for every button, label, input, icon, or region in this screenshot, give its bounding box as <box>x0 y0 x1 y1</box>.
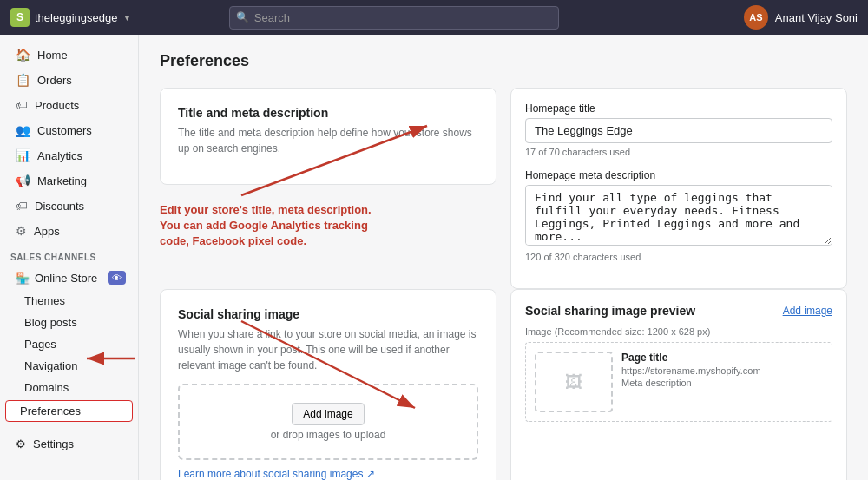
page-wrapper: 🏠 Home 📋 Orders 🏷 Products 👥 Customers 📊… <box>0 35 868 480</box>
orders-icon: 📋 <box>16 73 30 87</box>
home-icon: 🏠 <box>16 48 30 62</box>
bottom-settings: ⚙ Settings <box>0 424 138 464</box>
annotation-edit: Edit your store's title, meta descriptio… <box>160 199 496 253</box>
add-image-button[interactable]: Add image <box>292 403 364 425</box>
social-preview-header: Social sharing image preview Add image <box>525 304 832 318</box>
main-content: Preferences Title and meta description T… <box>139 35 868 480</box>
image-label: Image (Recommended size: 1200 x 628 px) <box>525 326 832 337</box>
meta-desc-group: Homepage meta description Find your all … <box>525 169 832 262</box>
title-meta-card-title: Title and meta description <box>178 106 478 120</box>
eye-icon[interactable]: 👁 <box>108 271 126 285</box>
sidebar-item-orders[interactable]: 📋 Orders <box>5 68 133 92</box>
brand-dropdown-icon: ▼ <box>122 13 131 23</box>
sidebar-label-apps: Apps <box>34 225 60 238</box>
social-sharing-desc: When you share a link to your store on s… <box>178 326 478 373</box>
top-nav-right: AS Anant Vijay Soni <box>744 5 858 30</box>
meta-desc-textarea[interactable]: Find your all type of leggings that fulf… <box>525 185 832 246</box>
sidebar-sub-domains[interactable]: Domains <box>0 377 138 398</box>
customers-icon: 👥 <box>16 123 30 137</box>
page-title: Preferences <box>160 52 847 70</box>
social-preview-text: Page title https://storename.myshopify.c… <box>621 352 823 412</box>
meta-char-count: 120 of 320 characters used <box>525 252 832 262</box>
title-meta-card-desc: The title and meta description help defi… <box>178 125 478 156</box>
user-name: Anant Vijay Soni <box>775 11 858 24</box>
sidebar-label-analytics: Analytics <box>37 149 82 162</box>
meta-desc-label: Homepage meta description <box>525 169 832 181</box>
sidebar-label-customers: Customers <box>37 124 92 137</box>
title-meta-card: Title and meta description The title and… <box>160 88 496 185</box>
settings-label: Settings <box>33 437 74 450</box>
brand-logo[interactable]: S theleggingsedge ▼ <box>10 8 131 27</box>
top-nav: S theleggingsedge ▼ 🔍 AS Anant Vijay Son… <box>0 0 868 35</box>
social-sharing-card: Social sharing image When you share a li… <box>160 289 496 480</box>
sidebar-label-discounts: Discounts <box>35 200 84 213</box>
products-icon: 🏷 <box>16 98 28 112</box>
social-preview-title: Social sharing image preview <box>525 304 695 318</box>
sidebar: 🏠 Home 📋 Orders 🏷 Products 👥 Customers 📊… <box>0 35 139 480</box>
image-drop-area[interactable]: Add image or drop images to upload <box>178 384 478 460</box>
image-placeholder-icon: 🖼 <box>565 372 582 392</box>
social-sharing-title: Social sharing image <box>178 307 478 321</box>
title-meta-section: Title and meta description The title and… <box>160 88 847 289</box>
sidebar-item-analytics[interactable]: 📊 Analytics <box>5 143 133 168</box>
analytics-icon: 📊 <box>16 148 30 162</box>
social-preview-page-title: Page title <box>621 352 823 364</box>
sidebar-item-online-store[interactable]: 🏪 Online Store 👁 <box>5 266 133 289</box>
online-store-icon: 🏪 <box>16 272 30 285</box>
avatar: AS <box>744 5 768 30</box>
sidebar-item-products[interactable]: 🏷 Products <box>5 93 133 117</box>
sidebar-label-marketing: Marketing <box>37 174 87 187</box>
title-meta-fields: Homepage title 17 of 70 characters used … <box>510 88 847 289</box>
homepage-title-input[interactable] <box>525 118 832 143</box>
title-char-count: 17 of 70 characters used <box>525 147 832 157</box>
sidebar-sub-preferences[interactable]: Preferences <box>5 400 133 422</box>
social-sharing-card-inner: Social sharing image When you share a li… <box>160 289 496 480</box>
sidebar-sub-navigation[interactable]: Navigation <box>0 355 138 377</box>
annotation-text-1: Edit your store's title, meta descriptio… <box>160 202 496 250</box>
social-sharing-preview: Social sharing image preview Add image I… <box>510 289 847 480</box>
search-input[interactable] <box>229 6 559 30</box>
sidebar-item-apps[interactable]: ⚙ Apps <box>5 219 133 243</box>
social-sharing-section: Social sharing image When you share a li… <box>160 289 847 480</box>
apps-icon: ⚙ <box>16 224 27 238</box>
sidebar-label-home: Home <box>37 49 68 62</box>
sidebar-sub-blog-posts[interactable]: Blog posts <box>0 312 138 333</box>
brand-name: theleggingsedge <box>35 11 117 24</box>
sidebar-item-home[interactable]: 🏠 Home <box>5 43 133 67</box>
shopify-icon: S <box>10 8 30 27</box>
sidebar-sub-pages[interactable]: Pages <box>0 333 138 355</box>
social-preview-inner: 🖼 Page title https://storename.myshopify… <box>525 342 832 422</box>
sidebar-item-marketing[interactable]: 📢 Marketing <box>5 168 133 193</box>
social-preview-image-area: 🖼 <box>535 352 613 412</box>
homepage-title-group: Homepage title 17 of 70 characters used <box>525 102 832 157</box>
search-icon: 🔍 <box>236 11 249 23</box>
title-card-left: Title and meta description The title and… <box>160 88 496 289</box>
settings-icon: ⚙ <box>16 437 26 450</box>
discounts-icon: 🏷 <box>16 199 28 213</box>
sidebar-item-customers[interactable]: 👥 Customers <box>5 118 133 142</box>
drop-text: or drop images to upload <box>197 429 459 441</box>
sidebar-label-products: Products <box>35 99 79 112</box>
sidebar-item-discounts[interactable]: 🏷 Discounts <box>5 194 133 218</box>
social-preview-meta: Meta description <box>621 378 823 388</box>
add-image-link[interactable]: Add image <box>783 305 832 317</box>
sidebar-sub-themes[interactable]: Themes <box>0 290 138 312</box>
homepage-title-label: Homepage title <box>525 102 832 115</box>
sidebar-item-settings[interactable]: ⚙ Settings <box>10 433 128 455</box>
online-store-label: Online Store <box>35 272 97 285</box>
social-sharing-learn-more-link[interactable]: Learn more about social sharing images ↗ <box>178 468 375 480</box>
sidebar-label-orders: Orders <box>37 74 72 87</box>
sales-channels-label: SALES CHANNELS <box>0 244 138 266</box>
social-preview-url: https://storename.myshopify.com <box>621 365 823 376</box>
marketing-icon: 📢 <box>16 174 30 187</box>
search-bar: 🔍 <box>229 6 559 30</box>
